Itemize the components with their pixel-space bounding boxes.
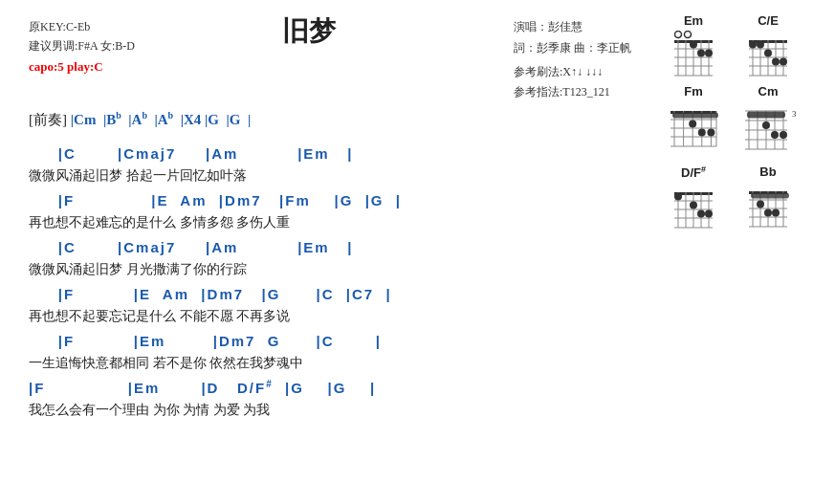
chord-cm-name: Cm <box>758 84 779 99</box>
chord-line-4: |F |E Am |Dm7 |G |C |C7 | <box>29 283 631 306</box>
chord-line-3: |C |Cmaj7 |Am |Em | <box>29 236 631 259</box>
svg-point-58 <box>771 131 779 139</box>
chord-dfsharp: D/F# <box>660 164 727 230</box>
lyric-line-5: 一生追悔快意都相同 若不是你 依然在我梦魂中 <box>29 353 631 373</box>
prelude-line: [前奏] |Cm |Bb |Ab |Ab |X4 |G |G | <box>29 107 631 133</box>
chord-em: Em <box>660 13 727 78</box>
svg-rect-41 <box>672 113 718 119</box>
strum: 参考刷法:X↑↓ ↓↓↓ <box>514 62 631 81</box>
svg-point-70 <box>674 193 682 201</box>
lyric-line-4: 再也想不起要忘记是什么 不能不愿 不再多说 <box>29 306 631 326</box>
chord-row-3: D/F# <box>660 164 803 230</box>
svg-point-27 <box>764 50 772 57</box>
chord-bb: Bb <box>735 164 802 230</box>
finger: 参考指法:T123_121 <box>514 82 631 101</box>
capo-line: capo:5 play:C <box>29 56 135 77</box>
svg-point-59 <box>780 131 787 139</box>
left-panel: 原KEY:C-Eb 建议男调:F#A 女:B-D capo:5 play:C 旧… <box>0 0 650 504</box>
section-2: |F |E Am |Dm7 |Fm |G |G | 再也想不起难忘的是什么 多情… <box>29 189 631 232</box>
suggest-line: 建议男调:F#A 女:B-D <box>29 36 135 55</box>
chord-line-2: |F |E Am |Dm7 |Fm |G |G | <box>29 189 631 212</box>
chord-line-1: |C |Cmaj7 |Am |Em | <box>29 142 631 165</box>
svg-point-72 <box>697 210 705 218</box>
chord-cm: Cm 3 <box>735 84 802 159</box>
chord-fm-name: Fm <box>684 84 703 99</box>
prelude-label: [前奏] <box>29 112 71 127</box>
svg-point-13 <box>697 50 705 57</box>
chord-ce-name: C/E <box>758 13 779 28</box>
chord-row-1: Em <box>660 13 803 78</box>
svg-point-73 <box>705 210 713 218</box>
svg-point-86 <box>764 209 772 217</box>
svg-text:3: 3 <box>792 109 797 119</box>
section-1: |C |Cmaj7 |Am |Em | 微微风涌起旧梦 拾起一片回忆如叶落 <box>29 142 631 186</box>
chord-em-name: Em <box>684 13 703 28</box>
svg-point-1 <box>685 32 692 38</box>
section-6: |F |Em |D D/F# |G |G | 我怎么会有一个理由 为你 为情 为… <box>29 377 631 420</box>
svg-rect-56 <box>747 112 785 119</box>
svg-point-26 <box>757 41 764 49</box>
meta-right: 演唱：彭佳慧 詞：彭季康 曲：李正帆 参考刷法:X↑↓ ↓↓↓ 参考指法:T12… <box>514 17 631 101</box>
lyric-line-1: 微微风涌起旧梦 拾起一片回忆如叶落 <box>29 165 631 186</box>
svg-point-0 <box>675 32 682 38</box>
singer: 演唱：彭佳慧 <box>514 17 631 38</box>
header-area: 原KEY:C-Eb 建议男调:F#A 女:B-D capo:5 play:C 旧… <box>29 17 631 101</box>
chord-ce: C/E <box>735 13 802 78</box>
strum-info: 参考刷法:X↑↓ ↓↓↓ 参考指法:T123_121 <box>514 62 631 101</box>
meta-left: 原KEY:C-Eb 建议男调:F#A 女:B-D capo:5 play:C <box>29 17 135 77</box>
svg-point-43 <box>698 129 706 137</box>
chord-fm: Fm <box>660 84 727 159</box>
chord-line-6: |F |Em |D D/F# |G |G | <box>29 377 631 400</box>
svg-point-85 <box>757 201 764 208</box>
chord-line-5: |F |Em |Dm7 G |C | <box>29 330 631 353</box>
svg-point-57 <box>762 121 770 129</box>
chord-bb-name: Bb <box>759 164 776 179</box>
svg-point-87 <box>772 209 780 217</box>
key-line: 原KEY:C-Eb <box>29 17 135 36</box>
chord-dfsharp-name: D/F# <box>681 164 706 180</box>
svg-rect-84 <box>751 193 789 199</box>
credits: 詞：彭季康 曲：李正帆 <box>514 38 631 59</box>
song-title: 旧梦 <box>282 13 336 50</box>
lyric-line-2: 再也想不起难忘的是什么 多情多怨 多伤人重 <box>29 212 631 232</box>
svg-point-42 <box>689 121 696 128</box>
svg-point-25 <box>749 41 757 49</box>
main-container: 原KEY:C-Eb 建议男调:F#A 女:B-D capo:5 play:C 旧… <box>0 0 813 504</box>
svg-point-44 <box>707 129 714 137</box>
svg-point-29 <box>780 58 787 66</box>
svg-point-71 <box>690 202 697 209</box>
lyric-line-6: 我怎么会有一个理由 为你 为情 为爱 为我 <box>29 400 631 420</box>
svg-point-12 <box>690 41 697 49</box>
section-3: |C |Cmaj7 |Am |Em | 微微风涌起旧梦 月光撒满了你的行踪 <box>29 236 631 279</box>
chord-row-2: Fm <box>660 84 803 159</box>
svg-point-28 <box>772 58 780 66</box>
lyric-line-3: 微微风涌起旧梦 月光撒满了你的行踪 <box>29 259 631 279</box>
section-5: |F |Em |Dm7 G |C | 一生追悔快意都相同 若不是你 依然在我梦魂… <box>29 330 631 373</box>
section-4: |F |E Am |Dm7 |G |C |C7 | 再也想不起要忘记是什么 不能… <box>29 283 631 326</box>
svg-point-14 <box>705 50 713 57</box>
right-panel: Em <box>650 0 813 504</box>
